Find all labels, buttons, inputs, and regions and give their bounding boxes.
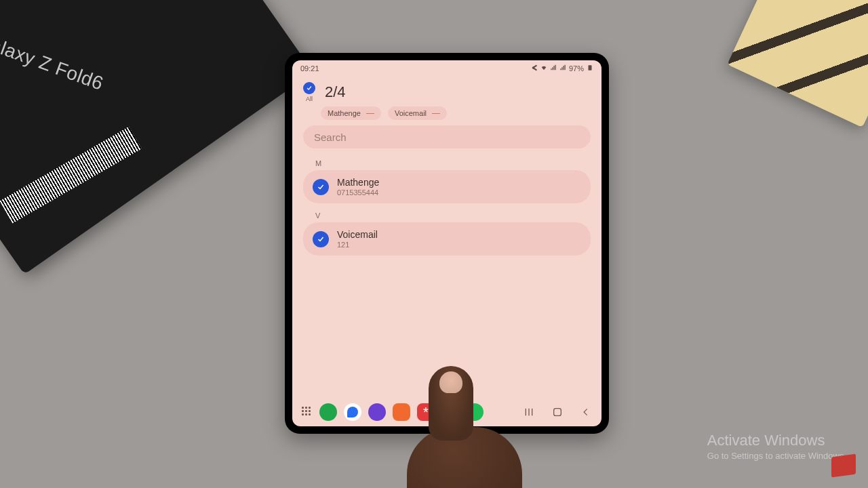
chip-remove-icon[interactable]: — [432,109,440,117]
contact-name: Mathenge [337,177,379,188]
status-bar: 09:21 97% [292,60,601,77]
chip-voicemail[interactable]: Voicemail — [388,106,447,120]
taskbar [292,398,601,426]
home-button[interactable] [551,406,564,418]
wood-prop [727,0,868,127]
contacts-list: M Mathenge 0715355444 V Voicemail 121 [292,155,601,256]
tablet-frame: 09:21 97% [285,53,609,434]
chip-label: Voicemail [395,109,427,117]
search-input[interactable] [303,125,591,148]
search-container [292,125,601,155]
checkmark-icon [313,231,329,247]
contact-number: 0715355444 [337,188,379,197]
product-box-prop: Galaxy Z Fold6 [0,0,313,274]
chip-label: Mathenge [328,109,361,117]
phone-app-icon[interactable] [319,403,337,421]
app-icon-asterisk[interactable] [417,403,435,421]
share-icon [531,64,538,73]
app-icon-orange[interactable] [393,403,410,421]
selection-counter: 2/4 [325,83,346,101]
contact-row-mathenge[interactable]: Mathenge 0715355444 [303,170,591,203]
select-all-label: All [306,96,313,102]
contact-name: Voicemail [337,229,378,240]
section-letter-v: V [303,207,591,222]
windows-watermark: Activate Windows Go to Settings to activ… [707,432,846,461]
chip-mathenge[interactable]: Mathenge — [321,106,381,120]
wifi-icon [540,64,547,73]
messages-app-icon[interactable] [344,403,361,421]
battery-text: 97% [569,64,584,73]
chip-remove-icon[interactable]: — [366,109,374,117]
recents-button[interactable] [523,406,535,418]
battery-icon [587,64,593,73]
signal-icon [550,64,557,73]
watermark-title: Activate Windows [707,432,846,449]
selected-chips-row: Mathenge — Voicemail — [292,106,601,125]
status-right: 97% [531,64,593,73]
product-box-label: Galaxy Z Fold6 [0,28,106,94]
selection-header: All 2/4 [292,77,601,106]
back-button[interactable] [580,406,592,418]
status-time: 09:21 [300,64,319,73]
checkmark-icon [303,82,315,94]
svg-rect-4 [554,409,561,416]
contact-text: Mathenge 0715355444 [337,177,379,197]
watermark-sub: Go to Settings to activate Windows. [707,451,846,461]
app-drawer-icon[interactable] [302,407,313,418]
corner-badge [831,453,856,477]
app-icon-red[interactable] [441,403,459,421]
contact-row-voicemail[interactable]: Voicemail 121 [303,222,591,256]
browser-app-icon[interactable] [368,403,386,421]
select-all-toggle[interactable]: All [303,82,315,102]
contact-text: Voicemail 121 [337,229,378,249]
nav-buttons [523,406,592,418]
screen: 09:21 97% [292,60,601,426]
section-letter-m: M [303,155,591,170]
svg-rect-0 [589,65,592,70]
signal-icon-2 [559,64,566,73]
checkmark-icon [313,179,329,195]
contact-number: 121 [337,241,378,249]
whatsapp-app-icon[interactable] [466,403,484,421]
